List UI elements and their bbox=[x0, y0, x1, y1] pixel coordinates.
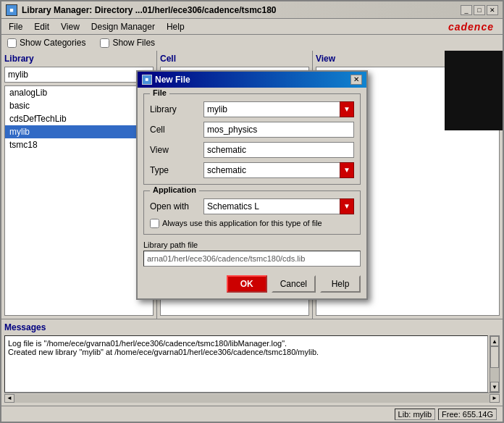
open-with-select-wrapper: Schematics L ▼ bbox=[203, 198, 354, 214]
show-files-checkbox-label[interactable]: Show Files bbox=[100, 38, 155, 48]
hscroll-right-button[interactable]: ► bbox=[490, 394, 500, 403]
open-with-dropdown-arrow[interactable]: ▼ bbox=[340, 198, 354, 214]
minimize-button[interactable]: _ bbox=[461, 5, 472, 15]
view-input[interactable] bbox=[203, 142, 354, 158]
close-button[interactable]: ✕ bbox=[487, 5, 498, 15]
status-free: Free: 655.14G bbox=[438, 409, 497, 420]
type-dropdown-arrow[interactable]: ▼ bbox=[340, 162, 354, 178]
library-path-input[interactable] bbox=[143, 251, 361, 267]
menu-edit[interactable]: Edit bbox=[30, 20, 54, 33]
hscroll-left-button[interactable]: ◄ bbox=[4, 394, 14, 403]
show-categories-checkbox-label[interactable]: Show Categories bbox=[7, 38, 85, 48]
view-row: View bbox=[150, 142, 354, 158]
title-bar-left: ■ Library Manager: Directory ...01/herl/… bbox=[6, 4, 277, 16]
menu-bar: File Edit View Design Manager Help caden… bbox=[1, 19, 503, 35]
file-section-legend: File bbox=[150, 88, 169, 97]
messages-text: Log file is "/home/ece/gvarna01/herl/ece… bbox=[8, 339, 319, 356]
library-dropdown-arrow[interactable]: ▼ bbox=[340, 101, 354, 117]
open-with-row: Open with Schematics L ▼ bbox=[150, 198, 354, 214]
messages-label: Messages bbox=[4, 322, 500, 332]
menu-design-manager[interactable]: Design Manager bbox=[87, 20, 159, 33]
window-icon: ■ bbox=[6, 4, 17, 16]
open-with-label: Open with bbox=[150, 201, 201, 212]
messages-hscroll: ◄ ► bbox=[4, 393, 500, 403]
ok-button[interactable]: OK bbox=[227, 275, 267, 293]
library-path-label: Library path file bbox=[143, 240, 361, 249]
main-window: ■ Library Manager: Directory ...01/herl/… bbox=[0, 0, 504, 423]
title-buttons: _ □ ✕ bbox=[461, 5, 498, 15]
modal-buttons: OK Cancel Help bbox=[138, 272, 366, 298]
scroll-down-button[interactable]: ▼ bbox=[490, 382, 499, 392]
show-files-label: Show Files bbox=[112, 38, 155, 48]
modal-title-left: ■ New File bbox=[142, 75, 190, 85]
view-field-label: View bbox=[150, 145, 201, 155]
menu-view[interactable]: View bbox=[56, 20, 84, 33]
always-use-checkbox[interactable] bbox=[150, 219, 159, 228]
modal-title: New File bbox=[155, 75, 190, 85]
menu-items: File Edit View Design Manager Help bbox=[4, 20, 189, 33]
hscroll-track bbox=[14, 394, 490, 403]
brand-logo: cadence bbox=[448, 21, 500, 33]
cell-field-label: Cell bbox=[150, 125, 201, 135]
application-section-legend: Application bbox=[150, 185, 199, 194]
status-bar: Lib: mylib Free: 655.14G bbox=[1, 406, 503, 422]
maximize-button[interactable]: □ bbox=[474, 5, 485, 15]
status-lib: Lib: mylib bbox=[395, 409, 435, 420]
type-field-label: Type bbox=[150, 165, 201, 175]
show-files-checkbox[interactable] bbox=[100, 38, 109, 48]
scroll-thumb[interactable] bbox=[490, 346, 499, 368]
file-section: File Library mylib ▼ bbox=[143, 93, 361, 185]
library-row: Library mylib ▼ bbox=[150, 101, 354, 117]
title-bar: ■ Library Manager: Directory ...01/herl/… bbox=[1, 1, 503, 19]
cell-input[interactable] bbox=[203, 122, 354, 138]
application-section: Application Open with Schematics L ▼ bbox=[143, 190, 361, 235]
new-file-dialog: ■ New File ✕ File Library bbox=[136, 70, 368, 300]
modal-body: File Library mylib ▼ bbox=[138, 88, 366, 272]
messages-scrollbar: ▲ ▼ bbox=[490, 335, 500, 393]
modal-icon: ■ bbox=[142, 75, 152, 85]
window-title: Library Manager: Directory ...01/herl/ec… bbox=[22, 5, 277, 15]
show-categories-checkbox[interactable] bbox=[7, 38, 17, 48]
type-row: Type schematic ▼ bbox=[150, 162, 354, 178]
open-with-select[interactable]: Schematics L bbox=[203, 198, 354, 214]
cell-row: Cell bbox=[150, 122, 354, 138]
toolbar-row: Show Categories Show Files bbox=[1, 35, 503, 51]
cancel-button[interactable]: Cancel bbox=[272, 275, 316, 293]
library-select-wrapper: mylib ▼ bbox=[203, 101, 354, 117]
type-select[interactable]: schematic bbox=[203, 162, 354, 178]
library-path-row: Library path file bbox=[143, 240, 361, 267]
menu-file[interactable]: File bbox=[4, 20, 27, 33]
library-field-label: Library bbox=[150, 104, 201, 114]
library-select[interactable]: mylib bbox=[203, 101, 354, 117]
messages-area: Messages Log file is "/home/ece/gvarna01… bbox=[1, 319, 503, 406]
always-use-label: Always use this application for this typ… bbox=[162, 219, 322, 227]
always-use-row: Always use this application for this typ… bbox=[150, 219, 354, 228]
menu-help[interactable]: Help bbox=[162, 20, 189, 33]
messages-content: Log file is "/home/ece/gvarna01/herl/ece… bbox=[4, 335, 488, 393]
type-select-wrapper: schematic ▼ bbox=[203, 162, 354, 178]
scroll-up-button[interactable]: ▲ bbox=[490, 336, 499, 346]
modal-close-button[interactable]: ✕ bbox=[350, 75, 362, 85]
content-area: Library analogLib basic cdsDefTechLib my… bbox=[1, 51, 503, 319]
scroll-track bbox=[490, 346, 499, 382]
show-categories-label: Show Categories bbox=[20, 38, 85, 48]
modal-overlay: ■ New File ✕ File Library bbox=[1, 51, 503, 319]
modal-title-bar: ■ New File ✕ bbox=[138, 72, 366, 88]
help-button[interactable]: Help bbox=[320, 275, 361, 293]
messages-content-wrapper: Log file is "/home/ece/gvarna01/herl/ece… bbox=[4, 335, 500, 393]
